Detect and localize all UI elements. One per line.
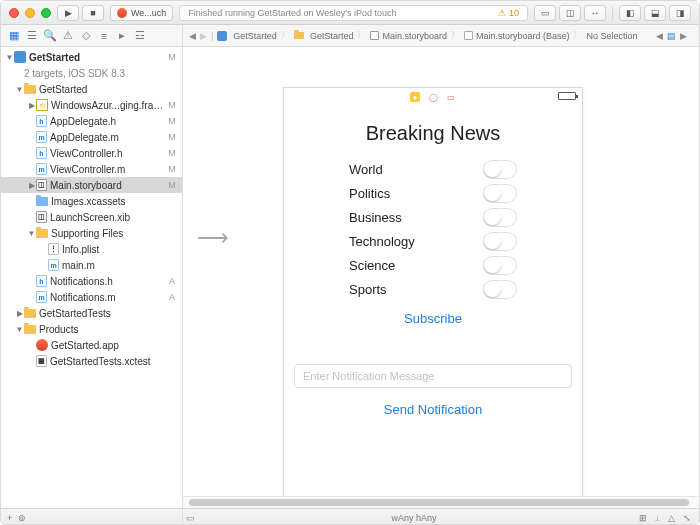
size-class-control[interactable]: wAny hAny [197, 513, 631, 523]
outline-icon[interactable]: ▤ [667, 31, 676, 41]
zoom-window-icon[interactable] [41, 8, 51, 18]
category-label[interactable]: Business [349, 210, 402, 225]
bc-project[interactable]: GetStarted [233, 31, 277, 41]
folder-icon [24, 85, 36, 94]
toggle-bottom-panel-button[interactable]: ⬓ [644, 5, 666, 21]
add-icon[interactable]: + [7, 513, 12, 523]
impl-file-icon: m [36, 131, 47, 143]
filter-icon[interactable]: ⊚ [18, 513, 26, 523]
scrollbar-thumb[interactable] [189, 499, 689, 506]
horizontal-scrollbar[interactable] [183, 496, 699, 508]
category-switch[interactable] [483, 160, 517, 179]
category-label[interactable]: World [349, 162, 383, 177]
category-switch[interactable] [483, 256, 517, 275]
prev-file-icon[interactable]: ◀ [656, 31, 663, 41]
project-navigator[interactable]: ▼ GetStarted M 2 targets, iOS SDK 8.3 ▼ … [1, 47, 183, 508]
jump-back-icon[interactable]: ◀ [189, 31, 196, 41]
close-window-icon[interactable] [9, 8, 19, 18]
send-button[interactable]: Send Notification [284, 402, 582, 417]
scene-dock[interactable]: ● ◯ ▭ [284, 88, 582, 106]
tree-file-main-m[interactable]: m main.m [1, 257, 182, 273]
tree-group-tests[interactable]: ▶ GetStartedTests [1, 305, 182, 321]
tree-group-supporting[interactable]: ▼ Supporting Files [1, 225, 182, 241]
folder-icon [24, 325, 36, 334]
folder-icon [294, 32, 304, 39]
next-file-icon[interactable]: ▶ [680, 31, 687, 41]
category-label[interactable]: Science [349, 258, 395, 273]
tree-framework[interactable]: ▶⎋ WindowsAzur...ging.frameworkM [1, 97, 182, 113]
stop-button[interactable]: ■ [82, 5, 104, 21]
tree-product-xctest[interactable]: ▦ GetStartedTests.xctest [1, 353, 182, 369]
category-switch[interactable] [483, 208, 517, 227]
app-icon [36, 339, 48, 351]
tree-file-launchscreen[interactable]: ◫ LaunchScreen.xib [1, 209, 182, 225]
tree-file-notifications-m[interactable]: m Notifications.mA [1, 289, 182, 305]
tree-file-appdelegate-m[interactable]: m AppDelegate.mM [1, 129, 182, 145]
test-navigator-icon[interactable]: ◇ [79, 29, 93, 43]
resize-icon[interactable]: ⤡ [683, 513, 691, 523]
breakpoint-navigator-icon[interactable]: ▸ [115, 29, 129, 43]
editor-standard-button[interactable]: ▭ [534, 5, 556, 21]
jump-fwd-icon[interactable]: ▶ [200, 31, 207, 41]
scheme-selector[interactable]: We...uch [110, 5, 173, 21]
category-switch[interactable] [483, 280, 517, 299]
editor-version-button[interactable]: ↔ [584, 5, 606, 21]
first-responder-icon[interactable]: ◯ [428, 92, 438, 102]
subscribe-button[interactable]: Subscribe [284, 311, 582, 326]
activity-text: Finished running GetStarted on Wesley's … [188, 8, 396, 18]
run-button[interactable]: ▶ [57, 5, 79, 21]
xib-file-icon: ◫ [36, 211, 47, 223]
resolve-icon[interactable]: △ [668, 513, 675, 523]
category-switch[interactable] [483, 184, 517, 203]
tree-file-appdelegate-h[interactable]: h AppDelegate.hM [1, 113, 182, 129]
tree-project-sub: 2 targets, iOS SDK 8.3 [1, 65, 182, 81]
debug-navigator-icon[interactable]: ≡ [97, 29, 111, 43]
tree-file-viewcontroller-h[interactable]: h ViewController.hM [1, 145, 182, 161]
report-navigator-icon[interactable]: ☲ [133, 29, 147, 43]
bc-file[interactable]: Main.storyboard [382, 31, 447, 41]
tree-group-products[interactable]: ▼ Products [1, 321, 182, 337]
tree-file-xcassets[interactable]: Images.xcassets [1, 193, 182, 209]
toggle-right-panel-button[interactable]: ◨ [669, 5, 691, 21]
document-outline-toggle-icon[interactable]: ▭ [183, 513, 197, 523]
category-row: Science [349, 253, 517, 277]
app-icon [117, 8, 127, 18]
tree-file-notifications-h[interactable]: h Notifications.hA [1, 273, 182, 289]
symbol-navigator-icon[interactable]: ☰ [25, 29, 39, 43]
initial-vc-arrow-icon[interactable]: ⟶ [197, 225, 229, 251]
tree-product-app[interactable]: GetStarted.app [1, 337, 182, 353]
tree-project[interactable]: ▼ GetStarted M [1, 49, 182, 65]
jump-bar[interactable]: ◀ ▶ | GetStarted 〉 GetStarted 〉 Main.sto… [183, 29, 699, 42]
tree-file-infoplist[interactable]: ⋮ Info.plist [1, 241, 182, 257]
tree-file-main-storyboard[interactable]: ▶◫ Main.storyboardM [1, 177, 182, 193]
project-icon [217, 31, 227, 41]
title-label[interactable]: Breaking News [284, 122, 582, 145]
exit-icon[interactable]: ▭ [446, 92, 456, 102]
separator [612, 6, 613, 20]
pin-icon[interactable]: ⟂ [655, 513, 660, 523]
tree-file-viewcontroller-m[interactable]: m ViewController.mM [1, 161, 182, 177]
vc-icon[interactable]: ● [410, 92, 420, 102]
bc-variant[interactable]: Main.storyboard (Base) [476, 31, 570, 41]
issue-navigator-icon[interactable]: ⚠ [61, 29, 75, 43]
find-navigator-icon[interactable]: 🔍 [43, 29, 57, 43]
issues-badge[interactable]: ⚠ 10 [498, 8, 519, 18]
category-switch[interactable] [483, 232, 517, 251]
storyboard-canvas[interactable]: ⟶ ● ◯ ▭ Breaking News World Politics Bus… [183, 47, 699, 508]
category-label[interactable]: Sports [349, 282, 387, 297]
editor-assistant-button[interactable]: ◫ [559, 5, 581, 21]
minimize-window-icon[interactable] [25, 8, 35, 18]
bottom-bar: + ⊚ ▭ wAny hAny ⊞ ⟂ △ ⤡ [1, 508, 699, 525]
notification-textfield[interactable]: Enter Notification Message [294, 364, 572, 388]
toggle-left-panel-button[interactable]: ◧ [619, 5, 641, 21]
category-label[interactable]: Technology [349, 234, 415, 249]
view-controller-scene[interactable]: ● ◯ ▭ Breaking News World Politics Busin… [283, 87, 583, 507]
project-navigator-icon[interactable]: ▦ [7, 29, 21, 43]
project-name: GetStarted [29, 52, 80, 63]
project-icon [14, 51, 26, 63]
category-label[interactable]: Politics [349, 186, 390, 201]
align-icon[interactable]: ⊞ [639, 513, 647, 523]
category-row: Business [349, 205, 517, 229]
tree-group-getstarted[interactable]: ▼ GetStarted [1, 81, 182, 97]
bc-group[interactable]: GetStarted [310, 31, 354, 41]
